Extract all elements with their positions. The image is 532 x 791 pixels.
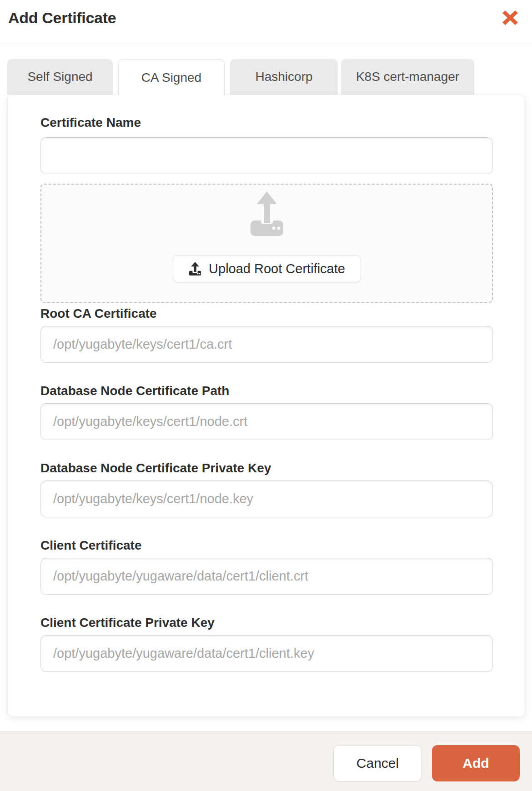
form-fields: Root CA Certificate Database Node Certif… bbox=[8, 95, 525, 716]
tab-label: CA Signed bbox=[141, 70, 201, 85]
client-certificate-private-key-label: Client Certificate Private Key bbox=[40, 616, 215, 629]
add-button[interactable]: Add bbox=[432, 745, 520, 781]
tab-ca-signed[interactable]: CA Signed bbox=[118, 59, 225, 95]
client-certificate-label: Client Certificate bbox=[40, 539, 142, 552]
database-node-certificate-private-key-label: Database Node Certificate Private Key bbox=[40, 462, 271, 475]
tab-hashicorp[interactable]: Hashicorp bbox=[230, 59, 338, 95]
header-divider bbox=[0, 44, 532, 44]
root-ca-certificate-label: Root CA Certificate bbox=[40, 307, 157, 320]
close-button[interactable] bbox=[502, 10, 518, 25]
cancel-button[interactable]: Cancel bbox=[333, 745, 422, 781]
tab-label: Self Signed bbox=[27, 70, 92, 84]
tab-k8s-cert-manager[interactable]: K8S cert-manager bbox=[341, 59, 474, 95]
close-icon bbox=[502, 10, 518, 25]
tab-content-panel: Certificate Name bbox=[7, 95, 525, 717]
database-node-certificate-path-input[interactable] bbox=[40, 403, 493, 440]
root-ca-certificate-input[interactable] bbox=[40, 326, 493, 363]
add-certificate-modal: Add Certificate Self Signed CA Signed Ha… bbox=[0, 0, 532, 791]
tab-self-signed[interactable]: Self Signed bbox=[7, 59, 113, 95]
modal-footer: Cancel Add bbox=[0, 731, 532, 791]
tab-label: K8S cert-manager bbox=[356, 70, 459, 84]
client-certificate-input[interactable] bbox=[40, 558, 493, 595]
tab-label: Hashicorp bbox=[255, 70, 312, 84]
page-title: Add Certificate bbox=[8, 9, 116, 27]
database-node-certificate-path-label: Database Node Certificate Path bbox=[40, 385, 229, 397]
database-node-certificate-private-key-input[interactable] bbox=[40, 481, 493, 517]
client-certificate-private-key-input[interactable] bbox=[40, 635, 493, 672]
